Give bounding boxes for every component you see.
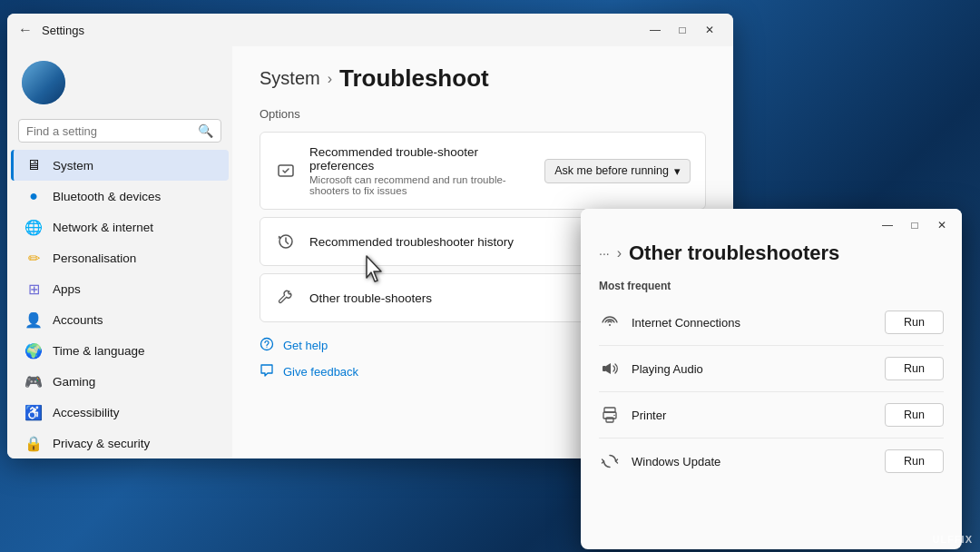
recommended-prefs-title: Recommended trouble-shooter preferences — [309, 145, 532, 172]
search-icon: 🔍 — [198, 123, 213, 138]
sidebar: 🔍 🖥 System ● Bluetooth & devices 🌐 Netwo… — [7, 46, 232, 458]
options-label: Options — [260, 107, 706, 121]
troubleshooter-item-internet: Internet Connections Run — [599, 300, 944, 346]
dropdown-label: Ask me before running — [554, 164, 669, 177]
svg-point-9 — [613, 415, 615, 417]
second-minimize-button[interactable]: — — [875, 214, 900, 236]
accounts-icon: 👤 — [25, 311, 42, 328]
ask-before-running-dropdown[interactable]: Ask me before running ▾ — [544, 159, 691, 183]
internet-connections-label: Internet Connections — [632, 316, 874, 330]
desktop: ← Settings — □ ✕ 🔍 — [0, 0, 980, 552]
titlebar: ← Settings — □ ✕ — [7, 14, 733, 46]
sidebar-item-accessibility[interactable]: ♿ Accessibility — [11, 397, 229, 428]
sidebar-label-network: Network & internet — [53, 221, 153, 234]
sidebar-item-network[interactable]: 🌐 Network & internet — [11, 212, 229, 242]
sidebar-label-accounts: Accounts — [53, 313, 103, 327]
sidebar-label-system: System — [53, 159, 93, 172]
avatar — [22, 61, 65, 104]
sidebar-item-time[interactable]: 🌍 Time & language — [11, 335, 229, 366]
playing-audio-run-button[interactable]: Run — [885, 357, 944, 380]
card-recommended-prefs[interactable]: Recommended trouble-shooter preferences … — [260, 132, 706, 210]
system-icon: 🖥 — [25, 157, 42, 173]
get-help-icon — [260, 337, 274, 354]
svg-rect-6 — [604, 408, 615, 412]
maximize-button[interactable]: □ — [670, 19, 695, 41]
breadcrumb-current: Troubleshoot — [339, 64, 489, 93]
troubleshooter-item-printer: Printer Run — [599, 392, 944, 439]
privacy-icon: 🔒 — [25, 435, 42, 451]
sidebar-label-accessibility: Accessibility — [53, 406, 120, 419]
minimize-button[interactable]: — — [642, 19, 668, 41]
second-content: ··· › Other troubleshooters Most frequen… — [581, 242, 962, 549]
sidebar-item-privacy[interactable]: 🔒 Privacy & security — [11, 428, 229, 458]
troubleshooter-item-audio: Playing Audio Run — [599, 346, 944, 392]
apps-icon: ⊞ — [25, 281, 42, 297]
second-window-controls: — □ ✕ — [875, 214, 955, 236]
printer-run-button[interactable]: Run — [885, 403, 944, 427]
sidebar-label-time: Time & language — [53, 344, 145, 358]
sidebar-item-apps[interactable]: ⊞ Apps — [11, 273, 229, 304]
playing-audio-icon — [599, 358, 621, 380]
sidebar-item-gaming[interactable]: 🎮 Gaming — [11, 366, 229, 397]
window-controls: — □ ✕ — [642, 19, 722, 41]
printer-icon — [599, 404, 621, 426]
sidebar-label-bluetooth: Bluetooth & devices — [53, 190, 161, 203]
sidebar-label-gaming: Gaming — [53, 375, 95, 389]
second-maximize-button[interactable]: □ — [902, 214, 927, 236]
network-icon: 🌐 — [25, 219, 42, 235]
watermark: ULFFIX — [933, 534, 974, 545]
recommended-prefs-icon — [275, 160, 297, 182]
second-breadcrumb-separator: › — [617, 245, 622, 261]
avatar-image — [22, 61, 65, 104]
accessibility-icon: ♿ — [25, 404, 42, 420]
search-box[interactable]: 🔍 — [18, 119, 221, 143]
recommended-history-icon — [275, 231, 297, 252]
sidebar-item-system[interactable]: 🖥 System — [11, 150, 229, 181]
svg-point-3 — [266, 347, 267, 348]
bluetooth-icon: ● — [25, 188, 42, 204]
sidebar-item-accounts[interactable]: 👤 Accounts — [11, 304, 229, 335]
breadcrumb: System › Troubleshoot — [260, 64, 706, 93]
breadcrumb-parent[interactable]: System — [260, 68, 320, 89]
second-breadcrumb: ··· › Other troubleshooters — [599, 242, 944, 265]
other-troubleshooters-icon — [275, 287, 297, 309]
internet-connections-run-button[interactable]: Run — [885, 310, 944, 334]
breadcrumb-dots[interactable]: ··· — [599, 246, 610, 261]
give-feedback-icon — [260, 363, 274, 380]
recommended-prefs-action: Ask me before running ▾ — [544, 159, 691, 183]
titlebar-left: ← Settings — [18, 22, 84, 38]
user-profile — [7, 54, 232, 119]
give-feedback-label: Give feedback — [283, 365, 358, 379]
windows-update-icon — [599, 450, 621, 472]
playing-audio-label: Playing Audio — [632, 362, 874, 376]
second-close-button[interactable]: ✕ — [929, 214, 955, 236]
sidebar-label-personalisation: Personalisation — [53, 251, 136, 265]
svg-point-4 — [609, 324, 611, 326]
recommended-prefs-text: Recommended trouble-shooter preferences … — [309, 145, 532, 196]
sidebar-item-bluetooth[interactable]: ● Bluetooth & devices — [11, 181, 229, 212]
recommended-prefs-subtitle: Microsoft can recommend and run trouble-… — [309, 174, 532, 196]
windows-update-run-button[interactable]: Run — [885, 449, 944, 473]
back-icon[interactable]: ← — [18, 22, 33, 38]
troubleshooter-item-windows-update: Windows Update Run — [599, 439, 944, 484]
personalisation-icon: ✏ — [25, 250, 42, 266]
close-button[interactable]: ✕ — [697, 19, 722, 41]
windows-update-label: Windows Update — [632, 455, 874, 468]
chevron-down-icon: ▾ — [674, 164, 681, 178]
svg-point-2 — [261, 339, 273, 350]
window-title: Settings — [42, 24, 84, 37]
internet-connections-icon — [599, 311, 621, 333]
second-window-title: Other troubleshooters — [629, 242, 839, 265]
time-icon: 🌍 — [25, 342, 42, 359]
sidebar-item-personalisation[interactable]: ✏ Personalisation — [11, 242, 229, 273]
printer-label: Printer — [632, 409, 874, 422]
get-help-label: Get help — [283, 339, 328, 352]
sidebar-label-apps: Apps — [53, 282, 81, 296]
second-titlebar: — □ ✕ — [581, 209, 962, 242]
other-troubleshooters-window: — □ ✕ ··· › Other troubleshooters Most f… — [581, 209, 962, 549]
breadcrumb-separator: › — [328, 71, 332, 87]
search-input[interactable] — [26, 124, 198, 138]
gaming-icon: 🎮 — [25, 373, 42, 389]
svg-rect-5 — [603, 366, 606, 371]
section-label: Most frequent — [599, 280, 944, 292]
